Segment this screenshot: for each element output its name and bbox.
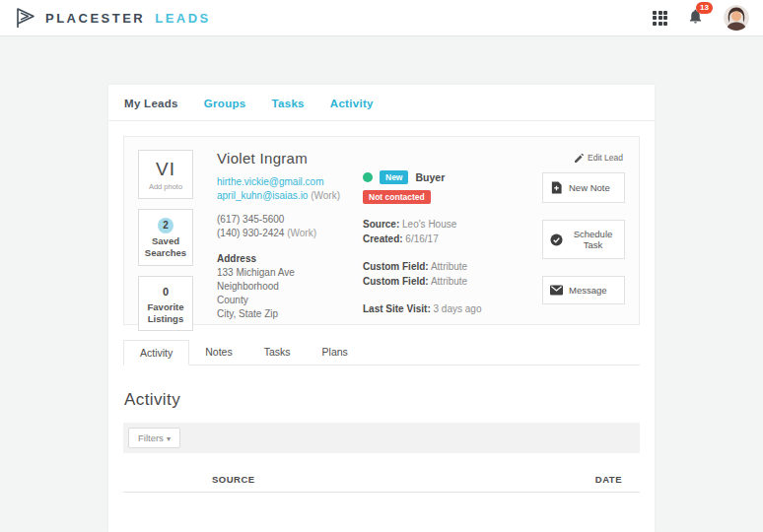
column-header-source: SOURCE	[212, 474, 255, 485]
note-plus-icon	[550, 181, 563, 194]
detail-tab-bar: Activity Notes Tasks Plans	[123, 340, 640, 366]
subtab-tasks[interactable]: Tasks	[248, 340, 307, 365]
lead-name: Violet Ingram	[217, 150, 363, 166]
activity-table-header: SOURCE DATE	[123, 471, 640, 493]
schedule-task-button[interactable]: Schedule Task	[542, 220, 625, 259]
filters-dropdown-button[interactable]: Filters▾	[128, 428, 180, 448]
product-name: LEADS	[155, 11, 211, 26]
lead-phone-primary: (617) 345-5600	[217, 213, 363, 227]
saved-searches-count: 2	[158, 218, 173, 233]
detail-custom-field-1: Custom Field: Attribute	[363, 259, 528, 274]
lead-summary-card: VI Add photo 2 Saved Searches 0 Favorite…	[123, 136, 640, 325]
tab-tasks[interactable]: Tasks	[272, 98, 305, 109]
status-dot-icon	[363, 172, 373, 182]
envelope-icon	[550, 285, 563, 296]
activity-heading: Activity	[124, 390, 639, 410]
tab-my-leads[interactable]: My Leads	[124, 98, 178, 109]
saved-searches-box[interactable]: 2 Saved Searches	[138, 209, 193, 266]
address-label: Address	[217, 252, 363, 266]
message-button[interactable]: Message	[542, 276, 625, 304]
lead-phone-secondary: (140) 930-2424 (Work)	[217, 227, 363, 240]
user-avatar[interactable]	[724, 5, 749, 31]
address-line: City, State Zip	[217, 307, 363, 321]
main-tab-bar: My Leads Groups Tasks Activity	[108, 85, 655, 121]
saved-searches-label: Saved Searches	[141, 235, 190, 260]
top-bar: PLACESTER LEADS 13	[0, 0, 763, 36]
contact-status-badge: Not contacted	[363, 190, 431, 204]
chevron-down-icon: ▾	[167, 434, 171, 443]
subtab-activity[interactable]: Activity	[123, 340, 189, 366]
apps-grid-icon[interactable]	[653, 11, 667, 26]
email-link-primary[interactable]: hirthe.vickie@gmail.com	[217, 176, 324, 187]
column-header-date: DATE	[595, 474, 622, 485]
email-secondary-tag: (Work)	[311, 190, 340, 201]
pencil-icon	[575, 154, 584, 163]
tab-groups[interactable]: Groups	[204, 98, 246, 109]
notification-count-badge: 13	[696, 2, 713, 14]
leads-panel: My Leads Groups Tasks Activity VI Add ph…	[108, 85, 655, 532]
address-line: 133 Michigan Ave	[217, 266, 363, 280]
email-link-secondary[interactable]: april_kuhn@isaias.io	[217, 190, 308, 201]
favorite-listings-label: Favorite Listings	[141, 301, 190, 326]
lead-initials: VI	[141, 159, 190, 180]
tab-activity[interactable]: Activity	[330, 98, 374, 109]
lead-email-primary: hirthe.vickie@gmail.com	[217, 175, 363, 189]
favorite-listings-count: 0	[163, 284, 169, 299]
add-photo-label: Add photo	[141, 182, 190, 191]
filters-bar: Filters▾	[123, 423, 640, 453]
subtab-notes[interactable]: Notes	[189, 340, 247, 365]
detail-custom-field-2: Custom Field: Attribute	[363, 274, 528, 289]
new-status-badge: New	[380, 170, 408, 184]
brand-name: PLACESTER	[45, 11, 145, 26]
detail-source: Source: Leo's House	[363, 217, 528, 232]
detail-created: Created: 6/16/17	[363, 232, 528, 246]
placester-logo-icon	[14, 6, 37, 30]
new-note-button[interactable]: New Note	[542, 172, 625, 203]
phone-secondary-tag: (Work)	[287, 228, 316, 238]
address-line: Neighborhood	[217, 280, 363, 294]
favorite-listings-box[interactable]: 0 Favorite Listings	[138, 276, 193, 332]
lead-email-secondary: april_kuhn@isaias.io (Work)	[217, 189, 363, 203]
notifications-bell[interactable]: 13	[687, 8, 704, 29]
detail-last-site-visit: Last Site Visit: 3 days ago	[363, 301, 528, 316]
check-circle-icon	[550, 233, 563, 246]
edit-lead-button[interactable]: Edit Lead	[575, 153, 623, 163]
subtab-plans[interactable]: Plans	[307, 340, 364, 365]
lead-type-label: Buyer	[415, 171, 445, 183]
address-line: County	[217, 294, 363, 307]
add-photo-button[interactable]: VI Add photo	[138, 150, 193, 199]
